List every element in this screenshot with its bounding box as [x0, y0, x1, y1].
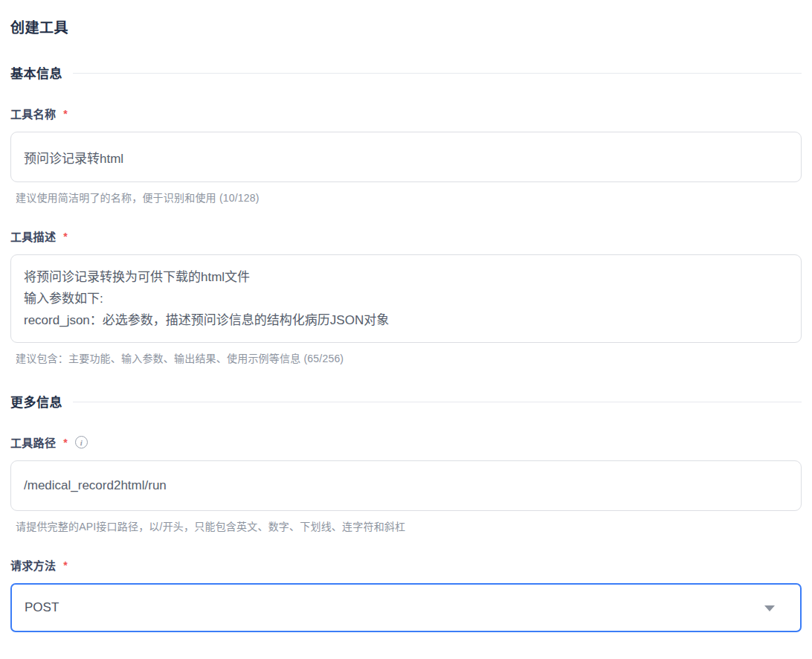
tool-name-hint: 建议使用简洁明了的名称，便于识别和使用 (10/128) [10, 190, 802, 205]
request-method-selected-value: POST [25, 600, 59, 615]
field-request-method: 请求方法 * POST [10, 557, 802, 632]
tool-name-input[interactable] [10, 132, 802, 182]
tool-name-label-row: 工具名称 * [10, 106, 802, 121]
section-divider [73, 73, 802, 74]
field-tool-description: 工具描述 * 将预问诊记录转换为可供下载的html文件 输入参数如下: reco… [10, 228, 802, 365]
section-header-basic-info: 基本信息 [10, 63, 802, 82]
required-asterisk: * [63, 437, 67, 449]
page-title: 创建工具 [10, 16, 802, 36]
section-title-more-info: 更多信息 [10, 392, 62, 411]
field-tool-path: 工具路径 * i 请提供完整的API接口路径，以/开头，只能包含英文、数字、下划… [10, 434, 802, 533]
chevron-down-icon [764, 605, 775, 611]
section-header-more-info: 更多信息 [10, 392, 802, 411]
request-method-select[interactable]: POST [10, 583, 802, 632]
tool-name-label: 工具名称 [10, 106, 56, 121]
tool-description-hint: 建议包含：主要功能、输入参数、输出结果、使用示例等信息 (65/256) [10, 350, 802, 365]
request-method-label-row: 请求方法 * [10, 557, 802, 573]
tool-path-hint: 请提供完整的API接口路径，以/开头，只能包含英文、数字、下划线、连字符和斜杠 [10, 518, 802, 533]
info-circle-icon[interactable]: i [75, 436, 88, 449]
tool-path-input[interactable] [10, 460, 802, 511]
required-asterisk: * [63, 231, 67, 242]
tool-description-textarea[interactable]: 将预问诊记录转换为可供下载的html文件 输入参数如下: record_json… [10, 254, 802, 343]
section-title-basic-info: 基本信息 [10, 63, 62, 82]
required-asterisk: * [63, 108, 67, 120]
section-divider [73, 402, 802, 402]
create-tool-form: 创建工具 基本信息 工具名称 * 建议使用简洁明了的名称，便于识别和使用 (10… [0, 0, 812, 659]
tool-path-label-row: 工具路径 * i [10, 434, 802, 450]
field-tool-name: 工具名称 * 建议使用简洁明了的名称，便于识别和使用 (10/128) [10, 106, 802, 205]
tool-description-label-row: 工具描述 * [10, 228, 802, 244]
request-method-label: 请求方法 [10, 557, 56, 573]
required-asterisk: * [63, 559, 67, 571]
tool-path-label: 工具路径 [10, 434, 56, 450]
tool-description-label: 工具描述 [10, 228, 56, 244]
